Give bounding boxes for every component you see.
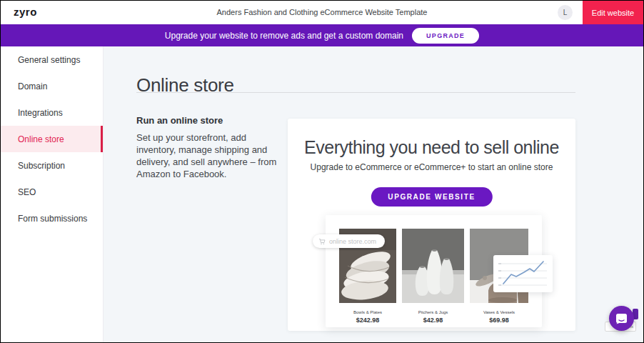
storefront-mockup: online store.com Bowls & Plates	[326, 215, 542, 327]
section-body: Set up your storefront, add inventory, m…	[136, 131, 279, 180]
banner-text: Upgrade your website to remove ads and g…	[165, 31, 403, 41]
product-image-pitchers	[402, 229, 464, 303]
sidebar-item-online-store[interactable]: Online store	[1, 126, 103, 152]
app-window: zyro Anders Fashion and Clothing eCommer…	[0, 0, 644, 343]
section-description: Run an online store Set up your storefro…	[136, 115, 279, 180]
sidebar-item-general-settings[interactable]: General settings	[1, 46, 103, 73]
product-price: $242.98	[339, 317, 396, 324]
top-bar: zyro Anders Fashion and Clothing eCommer…	[1, 1, 643, 24]
sidebar-item-seo[interactable]: SEO	[1, 179, 103, 205]
chat-bubble-icon	[615, 313, 628, 324]
product-price: $69.98	[470, 317, 528, 324]
sidebar-item-integrations[interactable]: Integrations	[1, 99, 103, 126]
section-title: Run an online store	[136, 115, 279, 126]
edit-website-button[interactable]: Edit website	[583, 1, 643, 24]
product-price: $42.98	[402, 317, 464, 324]
settings-sidebar: General settings Domain Integrations Onl…	[1, 46, 103, 343]
sidebar-item-subscription[interactable]: Subscription	[1, 152, 103, 179]
page-title: Online store	[136, 74, 234, 96]
upgrade-website-button[interactable]: UPGRADE WEBSITE	[371, 187, 492, 207]
product-name: Bowls & Plates	[339, 310, 396, 314]
sidebar-item-domain[interactable]: Domain	[1, 73, 103, 99]
upgrade-banner: Upgrade your website to remove ads and g…	[1, 24, 643, 46]
product-name: Vases & Vessels	[470, 310, 528, 314]
sales-trend-chart	[493, 255, 553, 292]
product-card: Pitchers & Jugs $42.98	[402, 229, 464, 324]
url-chip: online store.com	[313, 234, 385, 248]
url-chip-text: online store.com	[329, 238, 376, 245]
sidebar-item-form-submissions[interactable]: Form submissions	[1, 205, 103, 232]
chat-button[interactable]	[609, 306, 634, 331]
card-heading: Everything you need to sell online	[288, 137, 575, 158]
card-subheading: Upgrade to eCommerce or eCommerce+ to st…	[288, 162, 575, 172]
title-divider	[136, 92, 575, 93]
shopping-cart-icon	[318, 238, 326, 245]
avatar[interactable]: L	[558, 5, 573, 20]
ecommerce-upsell-card: Everything you need to sell online Upgra…	[288, 119, 575, 331]
banner-upgrade-button[interactable]: UPGRADE	[412, 28, 479, 44]
site-title: Anders Fashion and Clothing eCommerce We…	[1, 8, 643, 16]
product-name: Pitchers & Jugs	[402, 310, 464, 314]
